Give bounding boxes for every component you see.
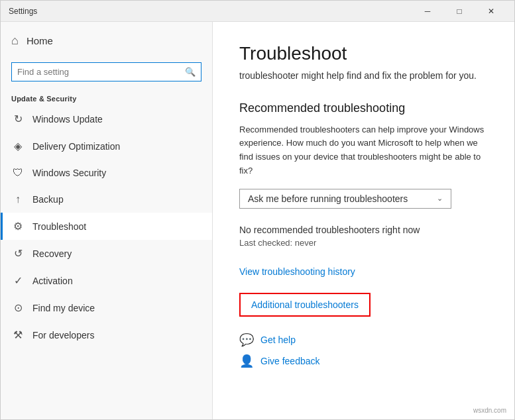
windows-update-icon: ↻ xyxy=(11,113,25,125)
main-wrapper: Troubleshoot troubleshooter might help f… xyxy=(213,22,514,419)
nav-label: Backup xyxy=(32,194,64,205)
home-label: Home xyxy=(27,35,53,46)
maximize-button[interactable]: □ xyxy=(444,1,475,22)
watermark: wsxdn.com xyxy=(473,407,506,414)
dropdown-value: Ask me before running troubleshooters xyxy=(248,193,408,204)
nav-label: Delivery Optimization xyxy=(32,141,120,152)
last-checked-text: Last checked: never xyxy=(239,238,488,248)
sidebar: ⌂ Home 🔍 Update & Security ↻ Windows Upd… xyxy=(1,22,213,419)
give-feedback-item: 👤 Give feedback xyxy=(239,354,488,368)
troubleshooter-dropdown[interactable]: Ask me before running troubleshooters ⌄ xyxy=(239,189,451,209)
sidebar-item-windows-update[interactable]: ↻ Windows Update xyxy=(1,105,212,132)
nav-label: Recovery xyxy=(32,248,72,259)
close-button[interactable]: ✕ xyxy=(476,1,506,22)
search-icon: 🔍 xyxy=(180,64,201,79)
nav-label: Find my device xyxy=(32,303,95,313)
sidebar-item-home[interactable]: ⌂ Home xyxy=(1,22,212,60)
main-content: Troubleshoot troubleshooter might help f… xyxy=(213,22,514,419)
give-feedback-link[interactable]: Give feedback xyxy=(260,356,320,366)
sidebar-item-find-my-device[interactable]: ⊙ Find my device xyxy=(1,294,212,321)
recommended-description: Recommended troubleshooters can help imp… xyxy=(239,123,488,178)
view-history-link[interactable]: View troubleshooting history xyxy=(239,266,355,277)
additional-troubleshooters-link[interactable]: Additional troubleshooters xyxy=(241,294,369,315)
sidebar-item-activation[interactable]: ✓ Activation xyxy=(1,267,212,294)
get-help-item: 💬 Get help xyxy=(239,333,488,347)
settings-window: Settings ─ □ ✕ ⌂ Home 🔍 Update & Securit… xyxy=(0,0,515,420)
chevron-down-icon: ⌄ xyxy=(437,194,443,203)
nav-label: For developers xyxy=(32,330,94,341)
backup-icon: ↑ xyxy=(11,193,25,205)
search-box: 🔍 xyxy=(11,62,201,81)
page-title: Troubleshoot xyxy=(239,43,488,64)
sidebar-item-delivery-optimization[interactable]: ◈ Delivery Optimization xyxy=(1,132,212,160)
home-icon: ⌂ xyxy=(11,34,19,48)
page-subtitle: troubleshooter might help find and fix t… xyxy=(239,70,488,83)
search-input[interactable] xyxy=(12,63,180,81)
delivery-icon: ◈ xyxy=(11,140,25,152)
nav-label: Windows Security xyxy=(32,168,106,178)
find-device-icon: ⊙ xyxy=(11,301,25,314)
section-label: Update & Security xyxy=(1,89,212,105)
activation-icon: ✓ xyxy=(11,274,25,287)
nav-label: Windows Update xyxy=(32,114,103,125)
content-area: ⌂ Home 🔍 Update & Security ↻ Windows Upd… xyxy=(1,22,514,419)
sidebar-item-for-developers[interactable]: ⚒ For developers xyxy=(1,321,212,348)
developers-icon: ⚒ xyxy=(11,329,25,341)
window-controls: ─ □ ✕ xyxy=(412,1,506,22)
give-feedback-icon: 👤 xyxy=(239,354,254,368)
nav-label: Activation xyxy=(32,276,73,286)
security-icon: 🛡 xyxy=(11,167,25,179)
sidebar-item-troubleshoot[interactable]: ⚙ Troubleshoot xyxy=(1,213,212,240)
additional-troubleshooters-box: Additional troubleshooters xyxy=(239,293,371,317)
no-troubleshooters-text: No recommended troubleshooters right now xyxy=(239,225,488,235)
title-bar: Settings ─ □ ✕ xyxy=(1,1,514,22)
minimize-button[interactable]: ─ xyxy=(412,1,443,22)
get-help-icon: 💬 xyxy=(239,333,254,347)
troubleshoot-icon: ⚙ xyxy=(11,220,25,233)
recommended-section-title: Recommended troubleshooting xyxy=(239,101,488,115)
nav-label: Troubleshoot xyxy=(32,221,86,232)
sidebar-item-recovery[interactable]: ↺ Recovery xyxy=(1,240,212,267)
sidebar-item-backup[interactable]: ↑ Backup xyxy=(1,186,212,213)
sidebar-item-windows-security[interactable]: 🛡 Windows Security xyxy=(1,160,212,186)
window-title: Settings xyxy=(9,7,37,16)
recovery-icon: ↺ xyxy=(11,247,25,260)
get-help-link[interactable]: Get help xyxy=(260,335,296,345)
